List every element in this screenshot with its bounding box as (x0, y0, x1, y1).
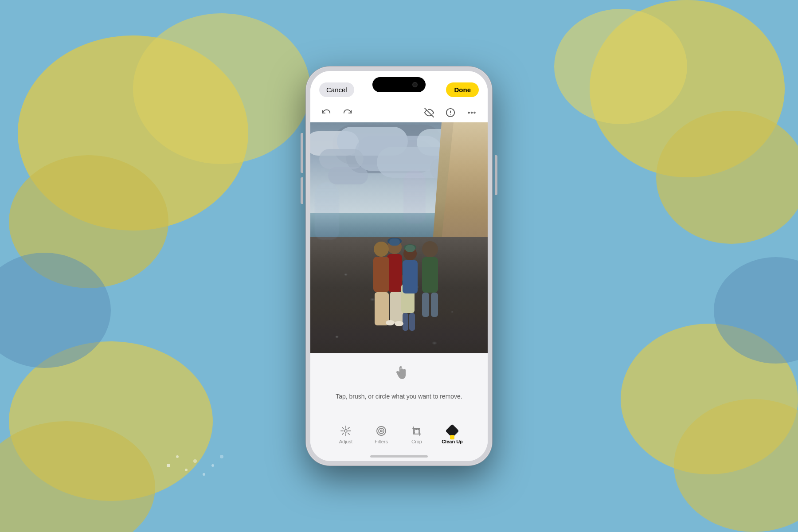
svg-rect-46 (405, 245, 415, 252)
adjust-icon (340, 425, 352, 437)
cancel-button[interactable]: Cancel (319, 82, 354, 97)
svg-point-15 (185, 469, 188, 471)
tab-adjust[interactable]: Adjust (328, 421, 364, 448)
photo-area[interactable] (310, 122, 488, 362)
svg-point-6 (554, 9, 687, 124)
svg-point-60 (380, 430, 382, 432)
svg-point-17 (203, 473, 205, 476)
svg-rect-32 (387, 254, 402, 292)
svg-point-47 (386, 320, 395, 325)
svg-point-16 (193, 459, 197, 463)
power-button[interactable] (495, 155, 497, 195)
svg-point-25 (471, 112, 473, 113)
svg-point-49 (344, 430, 347, 432)
svg-rect-41 (373, 257, 389, 292)
tab-filters[interactable]: Filters (364, 421, 399, 448)
svg-rect-36 (403, 313, 408, 331)
tab-cleanup[interactable]: Clean Up (434, 421, 470, 448)
crop-label: Crop (411, 439, 422, 444)
filters-icon (375, 425, 387, 437)
dynamic-island (372, 77, 426, 92)
svg-point-19 (220, 455, 223, 458)
hint-text: Tap, brush, or circle what you want to r… (336, 393, 462, 400)
svg-point-59 (379, 428, 384, 434)
bottom-panel: Tap, brush, or circle what you want to r… (310, 353, 488, 461)
home-indicator (370, 455, 428, 458)
done-button[interactable]: Done (446, 82, 479, 97)
undo-button[interactable] (319, 106, 333, 120)
svg-rect-61 (415, 430, 419, 434)
svg-line-55 (348, 433, 349, 434)
svg-line-54 (342, 427, 344, 429)
adjust-label: Adjust (339, 439, 353, 444)
svg-rect-30 (431, 293, 438, 317)
svg-point-14 (176, 455, 179, 458)
filters-label: Filters (375, 439, 388, 444)
svg-point-26 (474, 112, 475, 113)
svg-point-13 (167, 464, 170, 467)
volume-down-button[interactable] (301, 177, 303, 204)
redo-button[interactable] (340, 106, 355, 120)
svg-rect-44 (389, 239, 400, 246)
volume-up-button[interactable] (301, 146, 303, 173)
cleanup-hand-icon (390, 364, 408, 387)
crop-icon (411, 425, 423, 437)
family-group (332, 205, 466, 338)
svg-rect-39 (403, 260, 418, 293)
svg-rect-42 (375, 292, 389, 325)
svg-point-40 (374, 242, 389, 257)
svg-point-58 (377, 426, 386, 435)
hide-original-button[interactable] (422, 106, 436, 120)
front-camera (412, 82, 418, 87)
phone-frame: Cancel Done (306, 66, 492, 466)
svg-rect-28 (422, 257, 438, 293)
svg-point-24 (468, 112, 469, 113)
tab-crop[interactable]: Crop (399, 421, 434, 448)
secondary-toolbar (310, 103, 488, 122)
svg-point-48 (395, 321, 403, 326)
cleanup-label: Clean Up (442, 439, 463, 444)
svg-line-56 (342, 433, 344, 434)
svg-point-3 (133, 13, 310, 164)
svg-point-27 (422, 241, 438, 257)
svg-line-57 (348, 427, 349, 429)
markup-button[interactable] (443, 106, 458, 120)
cleanup-icon (446, 425, 458, 437)
more-button[interactable] (465, 106, 479, 120)
svg-point-18 (211, 464, 214, 467)
svg-rect-29 (422, 293, 429, 317)
cleanup-hint: Tap, brush, or circle what you want to r… (336, 353, 462, 421)
svg-rect-37 (409, 313, 415, 331)
